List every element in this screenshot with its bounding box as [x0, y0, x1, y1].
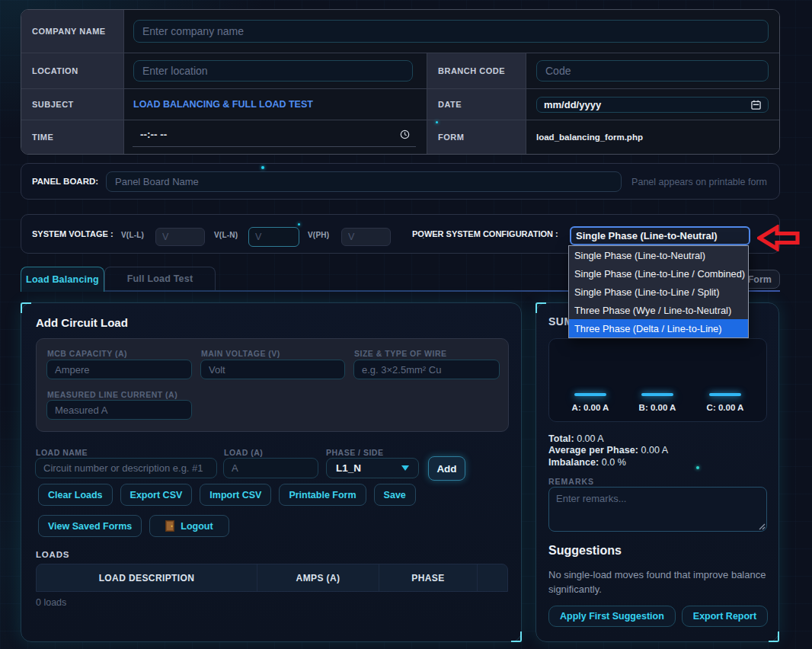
tab-full-load-test-label: Full Load Test [127, 273, 193, 284]
form-cell: load_balancing_form.php [526, 120, 779, 154]
apply-first-suggestion-button[interactable]: Apply First Suggestion [548, 606, 676, 627]
main-voltage-label: MAIN VOLTAGE (V) [201, 349, 280, 358]
vph-input[interactable] [341, 228, 391, 246]
dropdown-option-3[interactable]: Single Phase (Line-to-Line / Split) [569, 283, 748, 301]
view-saved-forms-label: View Saved Forms [48, 521, 132, 532]
import-csv-label: Import CSV [209, 490, 261, 500]
panel-board-label: PANEL BOARD: [32, 177, 98, 186]
branch-code-cell [526, 53, 779, 89]
view-saved-forms-button[interactable]: View Saved Forms [38, 515, 142, 537]
bar-col-c: C: 0.00 A [692, 393, 759, 412]
dropdown-option-5-highlighted[interactable]: Three Phase (Delta / Line-to-Line) [569, 319, 748, 337]
logout-button[interactable]: Logout [149, 515, 229, 537]
annotation-arrow-icon [757, 225, 800, 251]
system-voltage-label: SYSTEM VOLTAGE : [32, 229, 113, 238]
bar-c-label: C: 0.00 A [692, 403, 759, 412]
printable-form-label: Printable Form [289, 490, 356, 500]
phase-side-select[interactable]: L1_N [326, 458, 419, 478]
corner-accent-top-left [21, 302, 31, 313]
wire-size-input[interactable] [353, 360, 500, 379]
vll-input[interactable] [155, 228, 205, 246]
phase-bar-chart: A: 0.00 A B: 0.00 A C: 0.00 A [548, 338, 767, 422]
clear-loads-label: Clear Loads [48, 490, 103, 500]
header-info-table: COMPANY NAME LOCATION BRANCH CODE SUBJEC… [21, 9, 780, 155]
export-csv-button[interactable]: Export CSV [120, 484, 193, 506]
add-load-button-label: Add [436, 463, 456, 475]
vln-input[interactable] [248, 227, 299, 247]
tab-load-balancing[interactable]: Load Balancing [21, 267, 104, 292]
corner-accent-bottom-right-2 [769, 631, 779, 642]
location-input[interactable] [133, 60, 413, 82]
resize-grip-icon[interactable] [758, 523, 766, 530]
total-line: Total: 0.00 A [548, 433, 668, 445]
export-report-label: Export Report [693, 611, 756, 622]
date-input[interactable]: mm/dd/yyyy [536, 97, 769, 113]
subject-cell: LOAD BALANCING & FULL LOAD TEST [124, 89, 427, 120]
chevron-down-icon [401, 465, 409, 471]
load-amps-input[interactable] [223, 458, 318, 478]
total-label: Total: [548, 433, 574, 444]
panel-board-input[interactable] [106, 171, 622, 192]
save-label: Save [384, 490, 406, 500]
branch-code-input[interactable] [536, 60, 769, 82]
measured-current-input[interactable] [46, 400, 192, 420]
load-name-input[interactable] [35, 458, 217, 478]
add-load-button[interactable]: Add [428, 456, 465, 481]
time-input[interactable]: --:-- -- [133, 125, 416, 147]
export-csv-label: Export CSV [130, 490, 183, 500]
save-button[interactable]: Save [374, 484, 416, 506]
vll-label: V(L-L) [121, 231, 144, 239]
average-line: Average per Phase: 0.00 A [548, 445, 668, 456]
logout-label: Logout [181, 521, 213, 532]
loads-col-actions [478, 564, 507, 591]
apply-first-suggestion-label: Apply First Suggestion [560, 611, 664, 622]
clock-icon[interactable] [400, 129, 410, 139]
bar-a [574, 393, 606, 396]
export-report-button[interactable]: Export Report [682, 606, 768, 627]
door-logout-icon [165, 520, 174, 532]
bar-b-label: B: 0.00 A [624, 403, 691, 412]
dropdown-option-4[interactable]: Three Phase (Wye / Line-to-Neutral) [569, 301, 748, 319]
panel-board-section: PANEL BOARD: Panel appears on printable … [21, 163, 780, 200]
form-label: FORM [427, 120, 526, 154]
suggestions-title: Suggestions [548, 544, 622, 558]
dropdown-option-1[interactable]: Single Phase (Line-to-Neutral) [569, 246, 748, 264]
suggestions-text: No single-load moves found that improve … [548, 568, 769, 596]
company-name-label: COMPANY NAME [21, 10, 124, 53]
page: COMPANY NAME LOCATION BRANCH CODE SUBJEC… [0, 0, 812, 649]
power-system-config-label: POWER SYSTEM CONFIGURATION : [412, 229, 558, 238]
time-cell: --:-- -- [124, 120, 427, 154]
power-system-config-select[interactable]: Single Phase (Line-to-Neutral) [570, 226, 750, 245]
particle-dot-3 [696, 466, 699, 469]
calendar-icon[interactable] [751, 100, 761, 110]
date-value: mm/dd/yyyy [544, 99, 751, 110]
time-label: TIME [21, 120, 124, 154]
mcb-capacity-input[interactable] [46, 360, 192, 379]
add-circuit-load-title: Add Circuit Load [36, 316, 128, 329]
average-label: Average per Phase: [548, 445, 638, 456]
location-label: LOCATION [21, 53, 124, 89]
subject-label: SUBJECT [21, 89, 124, 120]
total-value: 0.00 A [577, 433, 603, 444]
company-name-cell [124, 10, 779, 53]
psc-dropdown-popup: Single Phase (Line-to-Neutral) Single Ph… [568, 245, 749, 338]
import-csv-button[interactable]: Import CSV [200, 484, 271, 506]
loads-table: LOAD DESCRIPTION AMPS (A) PHASE [36, 564, 508, 592]
printable-form-button[interactable]: Printable Form [279, 484, 366, 506]
clear-loads-button[interactable]: Clear Loads [38, 484, 113, 506]
time-value: --:-- -- [140, 129, 400, 140]
load-amps-label: LOAD (A) [224, 448, 263, 457]
phase-side-value: L1_N [336, 462, 361, 474]
particle-dot-2 [436, 121, 438, 123]
main-voltage-input[interactable] [200, 360, 345, 379]
loads-col-phase: PHASE [379, 564, 478, 591]
loads-heading: LOADS [36, 550, 69, 559]
bar-a-label: A: 0.00 A [557, 403, 624, 412]
date-cell: mm/dd/yyyy [526, 89, 779, 120]
remarks-textarea[interactable] [548, 487, 767, 532]
meters-box: MCB CAPACITY (A) MAIN VOLTAGE (V) SIZE &… [36, 338, 509, 432]
company-name-input[interactable] [133, 20, 769, 43]
tab-full-load-test[interactable]: Full Load Test [104, 267, 216, 290]
dropdown-option-2[interactable]: Single Phase (Line-to-Line / Combined) [569, 264, 748, 283]
measured-current-label: MEASURED LINE CURRENT (A) [47, 390, 177, 399]
